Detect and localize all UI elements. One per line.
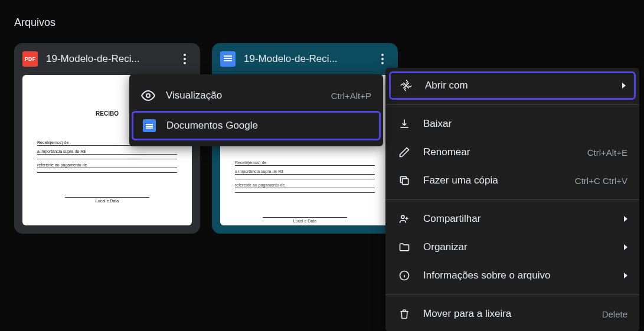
submenu-shortcut: Ctrl+Alt+P <box>331 91 371 101</box>
download-icon <box>397 117 411 131</box>
thumb-line: referente ao pagamento de <box>235 183 375 188</box>
thumb-footer: Local e Data <box>65 197 149 203</box>
menu-label: Mover para a lixeira <box>423 308 590 320</box>
chevron-right-icon <box>622 83 626 89</box>
menu-shortcut: Ctrl+Alt+E <box>587 148 627 158</box>
menu-rename[interactable]: Renomear Ctrl+Alt+E <box>385 138 639 166</box>
open-with-submenu: Visualização Ctrl+Alt+P Documentos Googl… <box>129 74 383 146</box>
more-options-icon[interactable] <box>178 54 192 64</box>
menu-divider <box>385 294 639 295</box>
copy-icon <box>397 173 411 188</box>
chevron-right-icon <box>624 216 627 222</box>
menu-label: Informações sobre o arquivo <box>423 270 612 281</box>
eye-icon <box>141 89 155 103</box>
menu-label: Baixar <box>423 118 627 130</box>
submenu-preview[interactable]: Visualização Ctrl+Alt+P <box>129 80 383 111</box>
folder-icon <box>397 240 411 254</box>
menu-divider <box>385 199 639 200</box>
more-options-icon[interactable] <box>375 54 390 64</box>
menu-divider <box>385 104 639 105</box>
thumb-line: a importância supra de R$ <box>37 149 177 155</box>
submenu-google-docs[interactable]: Documentos Google <box>132 111 381 140</box>
thumb-line <box>235 178 375 179</box>
svg-point-2 <box>401 215 404 218</box>
thumb-line <box>37 172 177 173</box>
context-menu: Abrir com Baixar Renomear Ctrl+Alt+E Faz… <box>385 68 639 331</box>
thumb-line: a importância supra de R$ <box>235 169 375 175</box>
menu-label: Renomear <box>423 146 576 158</box>
file-name: 19-Modelo-de-Reci... <box>244 53 367 65</box>
submenu-label: Documentos Google <box>166 120 370 132</box>
submenu-label: Visualização <box>166 90 321 101</box>
menu-download[interactable]: Baixar <box>385 110 639 138</box>
trash-icon <box>397 307 411 321</box>
menu-label: Fazer uma cópia <box>423 175 563 186</box>
menu-shortcut: Ctrl+C Ctrl+V <box>575 176 627 186</box>
menu-shortcut: Delete <box>602 309 627 319</box>
docs-icon <box>143 119 156 132</box>
svg-point-0 <box>146 94 150 97</box>
thumb-footer: Local e Data <box>263 217 346 223</box>
card-header: PDF 19-Modelo-de-Reci... <box>14 43 200 75</box>
menu-label: Abrir com <box>425 80 610 91</box>
card-header: 19-Modelo-de-Reci... <box>212 43 398 75</box>
menu-copy[interactable]: Fazer uma cópia Ctrl+C Ctrl+V <box>385 166 639 195</box>
chevron-right-icon <box>624 273 627 278</box>
share-icon <box>397 212 411 226</box>
thumb-line <box>235 192 375 193</box>
rename-icon <box>397 145 411 159</box>
menu-share[interactable]: Compartilhar <box>385 205 639 233</box>
docs-icon <box>220 51 236 67</box>
info-icon <box>397 268 411 283</box>
menu-info[interactable]: Informações sobre o arquivo <box>385 261 639 290</box>
menu-open-with[interactable]: Abrir com <box>389 71 636 100</box>
menu-organize[interactable]: Organizar <box>385 233 639 261</box>
menu-label: Compartilhar <box>423 213 612 225</box>
open-with-icon <box>399 78 413 93</box>
pdf-icon: PDF <box>22 51 38 67</box>
file-name: 19-Modelo-de-Reci... <box>46 53 169 65</box>
svg-rect-1 <box>403 179 408 185</box>
chevron-right-icon <box>624 244 627 250</box>
section-title: Arquivos <box>0 0 644 43</box>
thumb-line: Recebi(emos) de <box>235 160 375 166</box>
thumb-line: referente ao pagamento de <box>37 163 177 168</box>
menu-label: Organizar <box>423 241 612 253</box>
thumb-line <box>37 158 177 159</box>
menu-trash[interactable]: Mover para a lixeira Delete <box>385 300 639 328</box>
